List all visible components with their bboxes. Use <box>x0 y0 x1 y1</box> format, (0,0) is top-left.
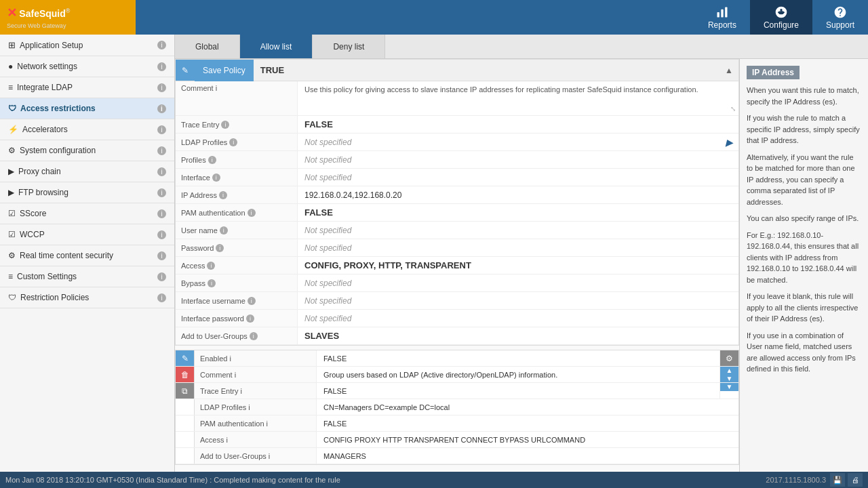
p2-enabled-gear[interactable]: ⚙ <box>719 350 738 366</box>
policy-1-interface-row: Interface i Not specified <box>176 169 738 186</box>
right-panel-p7: If you use in a combination of User name… <box>747 330 861 375</box>
ldap-nav-arrow[interactable]: ▶ <box>726 137 733 148</box>
iface-username-info-icon: i <box>248 297 256 305</box>
policy-1-user-groups-row: Add to User-Groups i SLAVES <box>176 327 738 345</box>
svg-rect-0 <box>717 12 719 18</box>
info-icon: i <box>157 41 166 49</box>
status-icon-save[interactable]: 💾 <box>830 473 845 487</box>
policy-2-user-groups-row: Add to User-Groups i MANAGERS <box>176 448 738 464</box>
right-panel: IP Address When you want this rule to ma… <box>739 59 868 472</box>
interface-info-icon: i <box>212 174 220 182</box>
right-panel-p6: If you leave it blank, this rule will ap… <box>747 291 861 325</box>
ldap-info-icon: i <box>229 138 237 146</box>
info-icon: i <box>157 188 166 197</box>
info-icon: i <box>157 104 166 113</box>
policy-1-ip-row: IP Address i 192.168.0.24,192.168.0.20 <box>176 186 738 204</box>
score-icon: ☑ <box>8 209 16 218</box>
sidebar-item-proxy-chain[interactable]: ▶ Proxy chain i <box>0 161 174 182</box>
sidebar-item-restriction-policies[interactable]: 🛡 Restriction Policies i <box>0 287 174 308</box>
main-layout: ⊞ Application Setup i ● Network settings… <box>0 35 868 472</box>
policy-1-password-row: Password i Not specified <box>176 239 738 257</box>
p2-delete-btn[interactable]: 🗑 <box>176 367 195 382</box>
sidebar-item-wccp[interactable]: ☑ WCCP i <box>0 224 174 245</box>
policy-2-ldap-row: LDAP Profiles i CN=Managers DC=example D… <box>176 399 738 415</box>
ftp-icon: ▶ <box>8 188 14 197</box>
policy-1-edit-btn[interactable]: ✎ <box>176 60 195 81</box>
p2-access-info: i <box>226 436 227 444</box>
sidebar-item-network-settings[interactable]: ● Network settings i <box>0 56 174 77</box>
profiles-info-icon: i <box>208 156 216 164</box>
configure-nav-btn[interactable]: Configure <box>750 0 812 35</box>
right-panel-p4: You can also specify range of IPs. <box>747 213 861 224</box>
sidebar-item-ftp-browsing[interactable]: ▶ FTP browsing i <box>0 182 174 203</box>
p2-pam-info: i <box>267 420 268 428</box>
custom-icon: ≡ <box>8 272 13 281</box>
tab-allow-list[interactable]: Allow list <box>240 35 313 58</box>
network-icon: ● <box>8 62 13 71</box>
policy-1-bypass-row: Bypass i Not specified <box>176 274 738 292</box>
p2-usergroups-info: i <box>269 452 270 460</box>
sidebar-item-application-setup[interactable]: ⊞ Application Setup i <box>0 35 174 56</box>
policy-1-comment-row: Comment i Use this policy for giving acc… <box>176 81 738 116</box>
policy-entry-2: ✎ Enabled i FALSE ⚙ <box>175 350 739 465</box>
status-message: Mon Jan 08 2018 13:20:10 GMT+0530 (India… <box>5 476 340 484</box>
info-icon: i <box>157 209 166 218</box>
sidebar-item-accelerators[interactable]: ⚡ Accelerators i <box>0 119 174 140</box>
logo-area: ✕ SafeSquid® Secure Web Gateway <box>0 0 136 35</box>
policy-2-trace-row: ⧉ Trace Entry i FALSE ▼ <box>176 383 738 399</box>
sidebar-item-real-time-content-security[interactable]: ⚙ Real time content security i <box>0 245 174 266</box>
main-content: ✎ Save Policy TRUE ▲ Comment i <box>175 59 868 472</box>
tab-deny-list[interactable]: Deny list <box>313 35 385 58</box>
policy-2-access-row: Access i CONFIG PROXY HTTP TRANSPARENT C… <box>176 432 738 448</box>
right-panel-p1: When you want this rule to match, specif… <box>747 85 861 107</box>
bypass-info-icon: i <box>208 279 216 287</box>
p2-ldap-info: i <box>248 403 250 411</box>
sidebar-item-integrate-ldap[interactable]: ≡ Integrate LDAP i <box>0 77 174 98</box>
p2-enabled-info: i <box>229 354 231 363</box>
save-policy-button[interactable]: Save Policy <box>195 60 254 81</box>
top-nav: ✕ SafeSquid® Secure Web Gateway Reports … <box>0 0 868 35</box>
sidebar: ⊞ Application Setup i ● Network settings… <box>0 35 175 472</box>
info-icon: i <box>157 83 166 92</box>
policy-1-trace-row: Trace Entry i FALSE <box>176 116 738 134</box>
policy-2-pam-row: PAM authentication i FALSE <box>176 415 738 432</box>
p2-comment-info: i <box>235 371 236 379</box>
password-info-icon: i <box>216 244 224 252</box>
info-icon: i <box>157 62 166 71</box>
policy-1-scroll-btn[interactable]: ▲ <box>719 60 738 81</box>
sidebar-item-system-configuration[interactable]: ⚙ System configuration i <box>0 140 174 161</box>
policy-entry-1: ✎ Save Policy TRUE ▲ Comment i <box>175 59 739 346</box>
pam-info-icon: i <box>248 209 256 217</box>
support-nav-btn[interactable]: Support <box>812 0 868 35</box>
wccp-icon: ☑ <box>8 230 16 239</box>
username-info-icon: i <box>220 226 228 235</box>
p2-comment-arrows[interactable]: ▲ ▼ <box>719 367 738 382</box>
p2-trace-arrows[interactable]: ▼ <box>719 383 738 399</box>
info-icon: i <box>157 293 166 302</box>
chain-icon: ▶ <box>8 167 14 176</box>
status-icon-print[interactable]: 🖨 <box>848 473 863 487</box>
reports-nav-btn[interactable]: Reports <box>694 0 750 35</box>
tab-bar: Global Allow list Deny list <box>175 35 868 59</box>
shield-icon: 🛡 <box>8 104 16 113</box>
rt-icon: ⚙ <box>8 251 16 260</box>
policy-icon: 🛡 <box>8 293 16 302</box>
sidebar-item-custom-settings[interactable]: ≡ Custom Settings i <box>0 266 174 287</box>
flash-icon: ⚡ <box>8 125 18 134</box>
grid-icon: ⊞ <box>8 40 16 50</box>
p2-copy-btn[interactable]: ⧉ <box>176 383 195 399</box>
info-icon: i <box>157 230 166 239</box>
logo: ✕ SafeSquid® Secure Web Gateway <box>7 5 70 30</box>
policy-1-iface-username-row: Interface username i Not specified <box>176 292 738 310</box>
tab-global[interactable]: Global <box>175 35 240 58</box>
right-panel-p5: For E.g.: 192.168.0.10-192.168.0.44, thi… <box>747 230 861 286</box>
sidebar-item-access-restrictions[interactable]: 🛡 Access restrictions i <box>0 98 174 119</box>
svg-rect-1 <box>721 9 723 17</box>
p2-trace-info: i <box>240 387 241 395</box>
trace-info-icon: i <box>221 121 229 129</box>
usergroups-info-icon: i <box>250 332 258 340</box>
logo-tagline: Secure Web Gateway <box>7 22 66 29</box>
policy-2-comment-row: 🗑 Comment i Group users based on LDAP (A… <box>176 367 738 383</box>
sidebar-item-sscore[interactable]: ☑ SScore i <box>0 203 174 224</box>
p2-edit-btn[interactable]: ✎ <box>176 350 194 366</box>
